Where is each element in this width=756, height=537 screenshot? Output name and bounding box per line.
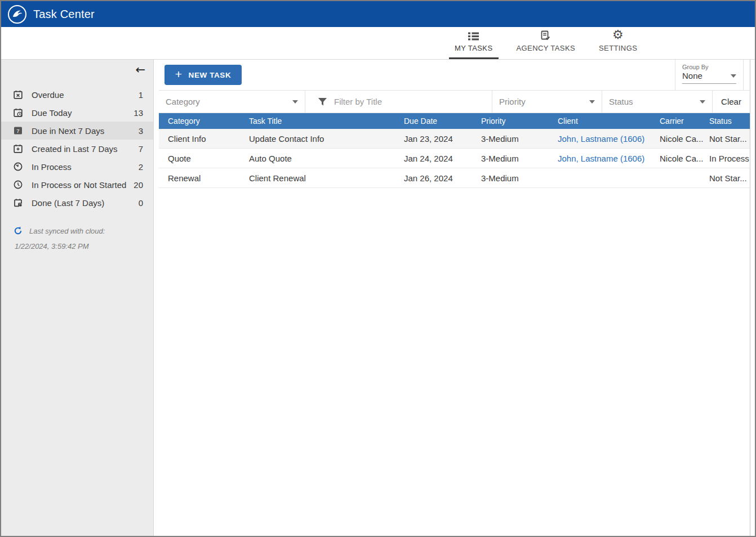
table-row[interactable]: Client Info Update Contact Info Jan 23, …	[159, 129, 750, 149]
category-filter-select[interactable]: Category	[159, 91, 305, 113]
client-link[interactable]: John, Lastname (1606)	[558, 154, 644, 163]
cell-carrier: Nicole Ca...	[654, 154, 704, 163]
tab-settings[interactable]: ⚙ SETTINGS	[593, 27, 643, 59]
sidebar-item-created-last-7-days[interactable]: Created in Last 7 Days 7	[1, 140, 153, 158]
sidebar-item-label: Overdue	[32, 90, 64, 100]
sidebar-nav: Overdue 1 Due Today 13	[1, 86, 153, 212]
cell-status: Not Star...	[704, 134, 750, 144]
group-by-label: Group By	[682, 64, 736, 70]
cell-task-title: Update Contact Info	[240, 134, 395, 144]
sidebar-item-label: Created in Last 7 Days	[32, 144, 118, 154]
sidebar-item-done-last-7-days[interactable]: Done (Last 7 Days) 0	[1, 194, 153, 212]
cell-client: John, Lastname (1606)	[549, 154, 654, 163]
column-header-task-title[interactable]: Task Title	[240, 117, 395, 126]
column-header-due-date[interactable]: Due Date	[395, 117, 472, 126]
sidebar-item-label: Due Today	[32, 108, 72, 118]
tab-agency-tasks[interactable]: AGENCY TASKS	[511, 27, 581, 59]
svg-text:7: 7	[16, 128, 19, 134]
clock-icon	[14, 180, 23, 190]
sidebar-item-label: Due in Next 7 Days	[32, 126, 104, 136]
group-by-select[interactable]: Group By None	[675, 60, 744, 90]
cell-priority: 3-Medium	[472, 173, 549, 183]
clipboard-check-icon	[541, 30, 550, 41]
calendar-x-icon	[14, 90, 23, 100]
toolbar: + NEW TASK Group By None	[159, 60, 750, 90]
sidebar-item-count: 0	[139, 198, 143, 208]
app-title: Task Center	[33, 8, 95, 21]
sync-status: Last synced with cloud: 1/22/2024, 3:59:…	[1, 226, 153, 250]
main-panel: + NEW TASK Group By None Category	[159, 60, 750, 536]
calendar-clock-icon	[14, 108, 23, 118]
clear-filters-button[interactable]: Clear	[713, 91, 750, 113]
cell-category: Quote	[159, 154, 240, 163]
cell-task-title: Client Renewal	[240, 173, 395, 183]
sidebar-item-count: 20	[134, 180, 143, 190]
list-icon	[468, 32, 479, 41]
cell-due-date: Jan 23, 2024	[395, 134, 472, 144]
collapse-sidebar-button[interactable]: ←	[135, 64, 145, 76]
table-body: Client Info Update Contact Info Jan 23, …	[159, 129, 750, 536]
sidebar-item-count: 7	[139, 144, 143, 154]
cell-category: Client Info	[159, 134, 240, 144]
sidebar: ← Overdue 1	[1, 60, 154, 536]
sidebar-item-label: In Process or Not Started	[32, 180, 126, 190]
sync-label: Last synced with cloud:	[29, 227, 105, 235]
chevron-down-icon	[292, 100, 298, 104]
tab-label: SETTINGS	[599, 44, 637, 52]
cell-priority: 3-Medium	[472, 154, 549, 163]
column-header-client[interactable]: Client	[549, 117, 654, 126]
sidebar-item-due-today[interactable]: Due Today 13	[1, 104, 153, 122]
sidebar-item-label: Done (Last 7 Days)	[32, 198, 104, 208]
cell-status: In Process	[704, 154, 750, 163]
sidebar-item-in-process[interactable]: In Process 2	[1, 158, 153, 176]
column-header-carrier[interactable]: Carrier	[654, 117, 704, 126]
chevron-down-icon	[731, 74, 736, 78]
priority-filter-placeholder: Priority	[499, 97, 526, 106]
table-row[interactable]: Quote Auto Quote Jan 24, 2024 3-Medium J…	[159, 149, 750, 168]
priority-filter-select[interactable]: Priority	[492, 91, 602, 113]
plus-icon: +	[175, 68, 183, 81]
refresh-icon[interactable]	[14, 226, 23, 235]
tab-my-tasks[interactable]: MY TASKS	[449, 27, 499, 59]
bird-logo-icon	[8, 5, 26, 24]
cell-priority: 3-Medium	[472, 134, 549, 144]
title-filter-input[interactable]	[334, 97, 485, 106]
client-link[interactable]: John, Lastname (1606)	[558, 134, 644, 144]
sidebar-item-count: 3	[139, 126, 143, 136]
cell-status: Not Star...	[704, 173, 750, 183]
cell-due-date: Jan 24, 2024	[395, 154, 472, 163]
sidebar-item-count: 2	[139, 162, 143, 172]
cell-task-title: Auto Quote	[240, 154, 395, 163]
sidebar-item-label: In Process	[32, 162, 72, 172]
sidebar-item-overdue[interactable]: Overdue 1	[1, 86, 153, 104]
cell-carrier: Nicole Ca...	[654, 134, 704, 144]
chevron-down-icon	[700, 100, 705, 104]
sidebar-item-count: 13	[134, 108, 143, 118]
new-task-button[interactable]: + NEW TASK	[164, 65, 242, 85]
column-header-status[interactable]: Status	[704, 117, 750, 126]
sync-timestamp: 1/22/2024, 3:59:42 PM	[14, 242, 153, 250]
funnel-icon	[318, 97, 327, 106]
category-filter-placeholder: Category	[166, 97, 200, 106]
new-task-label: NEW TASK	[189, 71, 232, 79]
filter-bar: Category Priority Status	[159, 90, 750, 113]
tab-label: MY TASKS	[455, 44, 493, 52]
sidebar-item-due-next-7-days[interactable]: 7 Due in Next 7 Days 3	[1, 122, 153, 140]
cell-category: Renewal	[159, 173, 240, 183]
table-row[interactable]: Renewal Client Renewal Jan 26, 2024 3-Me…	[159, 168, 750, 188]
status-filter-placeholder: Status	[609, 97, 633, 106]
title-filter-cell	[305, 91, 492, 113]
clear-label: Clear	[721, 97, 741, 106]
status-filter-select[interactable]: Status	[602, 91, 713, 113]
column-header-category[interactable]: Category	[159, 117, 240, 126]
sidebar-item-in-process-or-not-started[interactable]: In Process or Not Started 20	[1, 176, 153, 194]
table-header: Category Task Title Due Date Priority Cl…	[159, 113, 750, 129]
clock-progress-icon	[14, 162, 23, 172]
calendar-check-icon	[14, 198, 23, 208]
tab-label: AGENCY TASKS	[517, 44, 576, 52]
column-header-priority[interactable]: Priority	[472, 117, 549, 126]
group-by-value: None	[682, 71, 702, 80]
cell-client: John, Lastname (1606)	[549, 134, 654, 144]
task-center-window: Task Center MY TASKS	[0, 0, 756, 537]
app-header: Task Center	[1, 1, 755, 27]
